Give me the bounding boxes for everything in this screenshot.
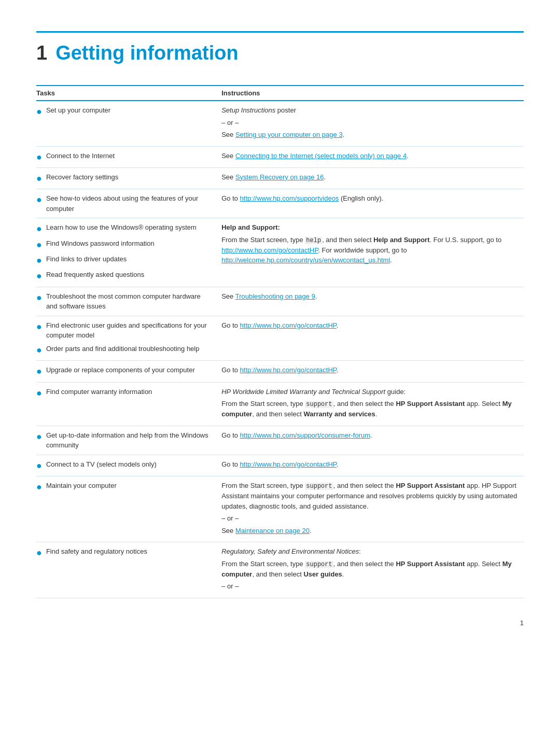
table-row: ● Find electronic user guides and specif… [36,316,524,360]
task-item: ● Recover factory settings [36,172,211,185]
contacthp-link3[interactable]: http://www.hp.com/go/contactHP [240,366,337,374]
task-items: ● Find electronic user guides and specif… [36,320,211,356]
instruction-cell: Help and Support: From the Start screen,… [221,218,524,287]
bullet-icon: ● [36,194,42,206]
instruction-cell: See System Recovery on page 16. [221,167,524,189]
task-text: Connect to a TV (select models only) [46,459,157,470]
supportvideos-link[interactable]: http://www.hp.com/supportvideos [240,194,339,202]
instruction-block: Help and Support: From the Start screen,… [221,222,519,265]
instruction-cell: See Connecting to the Internet (select m… [221,146,524,167]
instruction-text: Go to http://www.hp.com/go/contactHP. [221,365,519,375]
contacthp-link2[interactable]: http://www.hp.com/go/contactHP [240,321,337,329]
page-header: 1Getting information [36,31,524,64]
instruction-text: From the Start screen, type support, and… [221,559,519,580]
task-text: Set up your computer [46,105,110,116]
task-cell: ● Set up your computer [36,101,221,146]
instruction-block: Setup Instructions poster – or – See Set… [221,105,519,140]
task-text: Recover factory settings [46,172,118,182]
task-cell: ● Find computer warranty information [36,382,221,426]
table-row: ● Maintain your computer From the Start … [36,476,524,542]
instruction-cell: Go to http://www.hp.com/go/contactHP. [221,361,524,382]
task-text: Find safety and regulatory notices [46,546,147,557]
bullet-icon: ● [36,292,42,304]
instruction-block: HP Worldwide Limited Warranty and Techni… [221,387,519,419]
instruction-text: See Connecting to the Internet (select m… [221,151,519,161]
instruction-text: From the Start screen, type support, and… [221,399,519,419]
table-header-row: Tasks Instructions [36,86,524,101]
bullet-icon: ● [36,344,42,356]
task-cell: ● Recover factory settings [36,167,221,189]
instruction-cell: See Troubleshooting on page 9. [221,287,524,316]
instruction-text: From the Start screen, type support, and… [221,481,519,511]
task-cell: ● Find safety and regulatory notices [36,542,221,598]
bullet-icon: ● [36,387,42,399]
or-text: – or – [221,118,519,128]
bullet-icon: ● [36,270,42,282]
table-row: ● Connect to the Internet See Connecting… [36,146,524,167]
or-text: – or – [221,513,519,524]
task-cell: ● Find electronic user guides and specif… [36,316,221,360]
task-text: Read frequently asked questions [46,270,144,280]
bullet-icon: ● [36,223,42,235]
internet-link[interactable]: Connecting to the Internet (select model… [235,152,407,160]
bullet-icon: ● [36,366,42,377]
recovery-link[interactable]: System Recovery on page 16 [235,173,324,181]
bullet-icon: ● [36,431,42,443]
worldwide-link[interactable]: http://welcome.hp.com/country/us/en/wwco… [221,256,390,264]
table-row: ● Connect to a TV (select models only) G… [36,455,524,476]
bullet-icon: ● [36,255,42,266]
task-text: Order parts and find additional troubles… [46,344,200,354]
task-item: ● Connect to a TV (select models only) [36,459,211,472]
instruction-text: Go to http://www.hp.com/supportvideos (E… [221,193,519,204]
task-cell: ● Troubleshoot the most common computer … [36,287,221,316]
task-text: Learn how to use the Windows® operating … [46,222,197,233]
task-item: ● See how-to videos about using the feat… [36,193,211,214]
bullet-icon: ● [36,239,42,251]
instruction-text: Go to http://www.hp.com/go/contactHP. [221,459,519,470]
col-tasks: Tasks [36,86,221,101]
bullet-icon: ● [36,173,42,185]
table-row: ● Troubleshoot the most common computer … [36,287,524,316]
task-item: ● Find electronic user guides and specif… [36,320,211,341]
instruction-cell: Setup Instructions poster – or – See Set… [221,101,524,146]
task-cell: ● Get up-to-date information and help fr… [36,426,221,455]
bullet-icon: ● [36,460,42,472]
instruction-text: Go to http://www.hp.com/support/consumer… [221,430,519,441]
troubleshooting-link[interactable]: Troubleshooting on page 9 [235,292,315,300]
consumer-forum-link[interactable]: http://www.hp.com/support/consumer-forum [240,431,370,439]
setup-link[interactable]: Setting up your computer on page 3 [235,131,343,138]
instruction-text: Help and Support: [221,222,519,233]
instruction-text: See System Recovery on page 16. [221,172,519,182]
table-row: ● Find computer warranty information HP … [36,382,524,426]
task-cell: ● Maintain your computer [36,476,221,542]
maintenance-link[interactable]: Maintenance on page 20 [235,527,310,535]
task-text: Find links to driver updates [46,254,127,264]
instruction-link-text: See Setting up your computer on page 3. [221,130,519,140]
instruction-text: Regulatory, Safety and Environmental Not… [221,546,519,557]
table-row: ● Upgrade or replace components of your … [36,361,524,382]
task-item: ● Get up-to-date information and help fr… [36,430,211,451]
task-text: See how-to videos about using the featur… [46,193,211,214]
task-cell: ● See how-to videos about using the feat… [36,189,221,218]
table-row: ● Learn how to use the Windows® operatin… [36,218,524,287]
task-text: Find Windows password information [46,238,155,249]
contacthp-link[interactable]: http://www.hp.com/go/contactHP [221,246,318,254]
contacthp-link4[interactable]: http://www.hp.com/go/contactHP [240,460,337,468]
task-item: ● Upgrade or replace components of your … [36,365,211,377]
task-items: ● Learn how to use the Windows® operatin… [36,222,211,283]
instruction-text: See Troubleshooting on page 9. [221,291,519,302]
instruction-text: From the Start screen, type help, and th… [221,235,519,265]
task-item: ● Troubleshoot the most common computer … [36,291,211,312]
instruction-text: Go to http://www.hp.com/go/contactHP. [221,320,519,331]
task-text: Troubleshoot the most common computer ha… [46,291,211,312]
task-item: ● Read frequently asked questions [36,270,211,282]
table-row: ● Recover factory settings See System Re… [36,167,524,189]
table-row: ● Set up your computer Setup Instruction… [36,101,524,146]
instruction-text: HP Worldwide Limited Warranty and Techni… [221,387,519,397]
task-item: ● Find Windows password information [36,238,211,251]
task-item: ● Find safety and regulatory notices [36,546,211,559]
bullet-icon: ● [36,547,42,559]
col-instructions: Instructions [221,86,524,101]
task-text: Find computer warranty information [46,387,152,397]
instruction-cell: HP Worldwide Limited Warranty and Techni… [221,382,524,426]
